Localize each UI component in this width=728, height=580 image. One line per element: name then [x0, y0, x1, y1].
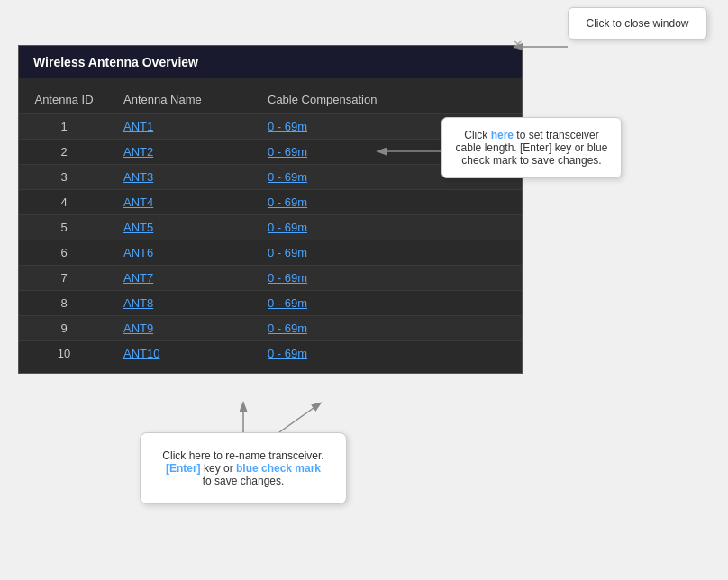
cell-id: 8 [19, 291, 109, 316]
tooltip-close: Click to close window [568, 7, 707, 40]
antenna-overview-panel: Wireless Antenna Overview Antenna ID Ant… [18, 45, 523, 374]
cell-id: 9 [19, 316, 109, 341]
tooltip-cable-highlight: here [491, 129, 514, 141]
close-button[interactable]: ✕ [512, 36, 523, 53]
antenna-name-link[interactable]: ANT6 [123, 246, 153, 259]
panel-header: Wireless Antenna Overview [19, 46, 522, 78]
svg-line-3 [279, 403, 320, 432]
cell-id: 3 [19, 165, 109, 190]
table-row: 10ANT100 - 69m [19, 341, 522, 367]
cell-ant-name[interactable]: ANT6 [109, 240, 253, 266]
cell-cable[interactable]: 0 - 69m [253, 215, 522, 240]
antenna-name-link[interactable]: ANT10 [123, 347, 159, 360]
cell-id: 10 [19, 341, 109, 367]
tooltip-rename-enter: [Enter] [166, 462, 201, 475]
col-header-cable: Cable Compensation [253, 86, 522, 114]
cell-ant-name[interactable]: ANT7 [109, 266, 253, 291]
cell-ant-name[interactable]: ANT8 [109, 291, 253, 316]
cell-ant-name[interactable]: ANT4 [109, 190, 253, 215]
cell-id: 1 [19, 114, 109, 140]
antenna-name-link[interactable]: ANT4 [123, 195, 153, 209]
cell-id: 4 [19, 190, 109, 215]
table-row: 9ANT90 - 69m [19, 316, 522, 341]
tooltip-rename: Click here to re-name transceiver. [Ente… [140, 432, 347, 504]
cell-cable[interactable]: 0 - 69m [253, 291, 522, 316]
cell-ant-name[interactable]: ANT1 [109, 114, 253, 140]
tooltip-rename-line1: Click here to re-name transceiver. [162, 449, 323, 462]
table-row: 7ANT70 - 69m [19, 266, 522, 291]
cell-cable[interactable]: 0 - 69m [253, 266, 522, 291]
cable-link[interactable]: 0 - 69m [268, 195, 307, 209]
cell-ant-name[interactable]: ANT2 [109, 140, 253, 165]
cell-ant-name[interactable]: ANT5 [109, 215, 253, 240]
table-row: 8ANT80 - 69m [19, 291, 522, 316]
table-row: 5ANT50 - 69m [19, 215, 522, 240]
col-header-id: Antenna ID [19, 86, 109, 114]
cell-cable[interactable]: 0 - 69m [253, 240, 522, 266]
cell-ant-name[interactable]: ANT3 [109, 165, 253, 190]
cable-link[interactable]: 0 - 69m [268, 145, 307, 159]
panel-title: Wireless Antenna Overview [33, 55, 198, 69]
cable-link[interactable]: 0 - 69m [268, 296, 307, 310]
antenna-name-link[interactable]: ANT5 [123, 221, 153, 234]
cell-cable[interactable]: 0 - 69m [253, 316, 522, 341]
antenna-name-link[interactable]: ANT1 [123, 120, 153, 133]
tooltip-rename-middle: key or [201, 462, 236, 475]
tooltip-close-text: Click to close window [586, 17, 688, 30]
antenna-name-link[interactable]: ANT2 [123, 145, 153, 159]
tooltip-cable-prefix: Click [464, 129, 490, 141]
cell-id: 5 [19, 215, 109, 240]
antenna-name-link[interactable]: ANT7 [123, 271, 153, 285]
cable-link[interactable]: 0 - 69m [268, 120, 307, 133]
tooltip-rename-line3: to save changes. [203, 475, 285, 487]
cable-link[interactable]: 0 - 69m [268, 246, 307, 259]
cell-ant-name[interactable]: ANT9 [109, 316, 253, 341]
tooltip-cable: Click here to set transceiver cable leng… [441, 117, 622, 178]
table-row: 6ANT60 - 69m [19, 240, 522, 266]
table-row: 4ANT40 - 69m [19, 190, 522, 215]
table-header-row: Antenna ID Antenna Name Cable Compensati… [19, 86, 522, 114]
cell-cable[interactable]: 0 - 69m [253, 190, 522, 215]
cable-link[interactable]: 0 - 69m [268, 221, 307, 234]
cell-id: 2 [19, 140, 109, 165]
cable-link[interactable]: 0 - 69m [268, 347, 307, 360]
cable-link[interactable]: 0 - 69m [268, 271, 307, 285]
antenna-name-link[interactable]: ANT8 [123, 296, 153, 310]
col-header-name: Antenna Name [109, 86, 253, 114]
cell-ant-name[interactable]: ANT10 [109, 341, 253, 367]
tooltip-rename-blue: blue check mark [236, 462, 321, 475]
cell-id: 7 [19, 266, 109, 291]
cell-cable[interactable]: 0 - 69m [253, 341, 522, 367]
cell-id: 6 [19, 240, 109, 266]
antenna-name-link[interactable]: ANT3 [123, 170, 153, 184]
cable-link[interactable]: 0 - 69m [268, 170, 307, 184]
cable-link[interactable]: 0 - 69m [268, 322, 307, 335]
antenna-name-link[interactable]: ANT9 [123, 322, 153, 335]
